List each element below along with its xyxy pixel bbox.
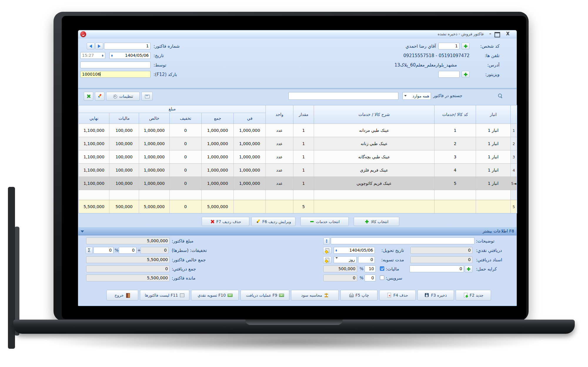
fit-view-button[interactable] <box>84 92 93 101</box>
service-amount-field: 0 <box>323 275 357 281</box>
received-docs-label: اسناد دریافتي: <box>476 257 502 263</box>
row-action-button[interactable]: انتخاب خدمات <box>300 217 349 226</box>
settlement-unit-select[interactable]: روز <box>334 256 357 263</box>
tax-label: مالیات: <box>386 266 399 272</box>
title-bar: فاکتور فروش - ذخیره نشده – X <box>78 30 517 38</box>
plus-icon <box>466 267 471 271</box>
notes-input[interactable] <box>331 238 475 244</box>
table-row[interactable]: 1,100,000 100,000 1,000,000 0 1,000,000 … <box>79 124 517 137</box>
pagex-icon <box>387 293 392 298</box>
redx-icon <box>210 219 215 224</box>
settings-button[interactable]: تنظیمات <box>106 92 140 101</box>
settlement-input[interactable]: 0 <box>358 256 375 263</box>
table-row[interactable]: 1,100,000 100,000 1,000,000 0 1,000,000 … <box>79 150 517 163</box>
address-label: آدرس: <box>487 62 500 68</box>
previous-invoice-button[interactable] <box>87 43 95 49</box>
toolbar-button[interactable]: جدید F2 <box>456 290 491 300</box>
paint-icon <box>97 94 102 99</box>
search-icon[interactable] <box>497 93 503 98</box>
date-spinner-icon[interactable]: ▲▼ <box>111 52 113 59</box>
arrow-right-icon <box>98 44 101 48</box>
minimize-button[interactable]: – <box>489 31 491 36</box>
person-code-input[interactable]: 1 <box>438 43 460 49</box>
service-checkbox[interactable] <box>380 275 384 280</box>
appearance-button[interactable] <box>95 92 104 101</box>
barcode-label: بارکد (F12): <box>153 72 177 77</box>
column-row-number <box>511 105 517 124</box>
invoice-number-label: شماره فاکتور: <box>153 44 180 49</box>
more-info-bar[interactable]: F8 اطلاعات بیشتر <box>78 227 517 235</box>
search-filter-select[interactable]: همه موارد <box>402 92 431 100</box>
notes-spinner[interactable]: ▲▼ <box>323 238 330 245</box>
minus-icon <box>310 219 314 224</box>
invoice-amount-label: مبلغ فاکتور: <box>172 238 193 244</box>
collapse-icon[interactable] <box>81 230 84 234</box>
row-action-button[interactable]: حذف ردیف F7 <box>202 217 249 226</box>
column-discount: تخفیف <box>170 113 202 124</box>
received-total-label: جمع دریافتي: <box>172 266 196 272</box>
freight-input[interactable]: 0 <box>410 265 464 272</box>
net-total-label: جمع خالص فاکتور: <box>172 257 206 263</box>
toolbar-button[interactable]: چاپ F5 <box>340 290 377 300</box>
tax-percent-input[interactable]: 10 <box>365 265 376 272</box>
close-button[interactable]: X <box>506 31 510 36</box>
plus-icon <box>463 44 468 49</box>
app-logo-icon <box>80 31 86 37</box>
fit-icon <box>86 94 91 99</box>
laptop-hinge-notch <box>245 320 343 325</box>
invoice-number-input[interactable]: 1 <box>104 43 151 49</box>
date-label: تاریخ: <box>153 53 164 58</box>
chevron-down-icon <box>335 257 338 260</box>
column-warehouse: انبار <box>476 105 511 124</box>
balance-field: 5,500,000 <box>86 275 170 281</box>
barcode-input[interactable]: 1000106 <box>80 71 151 78</box>
by-input[interactable] <box>80 62 151 68</box>
sigma-button[interactable]: Σ <box>86 247 93 254</box>
phones-value: 05191097472 - 09215557518 <box>403 53 470 58</box>
visitor-label: ویزیتور: <box>485 72 500 77</box>
time-input[interactable]: 15:27 ▲▼ <box>80 52 105 59</box>
search-input[interactable] <box>288 92 398 100</box>
toolbar-button[interactable]: محاسبه سود <box>291 290 339 300</box>
toolbar-button[interactable]: لیست فاکتورها F11 <box>140 290 189 300</box>
plus-icon <box>365 219 369 224</box>
visitor-input[interactable] <box>438 71 460 78</box>
table-row[interactable]: 1,100,000 100,000 1,000,000 0 1,000,000 … <box>79 137 517 150</box>
mail-button[interactable] <box>141 92 153 101</box>
delivery-date-input[interactable]: ▲▼ 1404/05/06 <box>334 247 375 254</box>
row-actions: حذف ردیف F7 ویرایش ردیف F6 انتخاب خدمات … <box>202 217 399 226</box>
toolbar-button[interactable]: خروج <box>106 290 138 300</box>
table-row[interactable]: 1,100,000 100,000 1,000,000 0 1,000,000 … <box>79 163 517 177</box>
column-unit: واحد <box>266 105 293 124</box>
panel-separator <box>78 88 517 89</box>
toolbar-button[interactable]: تسویه نقدي F10 <box>191 290 239 300</box>
add-person-button[interactable] <box>462 43 470 49</box>
add-visitor-button[interactable] <box>462 71 470 78</box>
time-spinner-icon[interactable]: ▲▼ <box>102 52 103 59</box>
discount-amount-input[interactable]: 0 <box>119 247 136 254</box>
text-cursor <box>100 72 101 76</box>
cash-icon <box>279 293 284 298</box>
row-action-button[interactable]: انتخاب کالا <box>354 217 399 226</box>
discount-percent-input[interactable]: 0 <box>93 247 113 254</box>
percent-sign: % <box>360 275 363 280</box>
empty-row[interactable] <box>79 190 517 200</box>
toolbar-button[interactable]: حذف F4 <box>379 290 416 300</box>
discount-rows-field: 0 <box>141 247 168 254</box>
plus-icon <box>463 72 468 77</box>
table-row[interactable]: 1,100,000 100,000 1,000,000 0 1,000,000 … <box>79 177 517 190</box>
date-input[interactable]: ▲▼ 1404/05/06 <box>109 52 151 59</box>
date-spinner-icon[interactable]: ▲▼ <box>335 247 337 253</box>
next-invoice-button[interactable] <box>95 43 103 49</box>
settlement-picker-button[interactable] <box>323 256 331 263</box>
received-total-field: 0 <box>86 265 170 272</box>
service-percent-input[interactable]: 0 <box>365 275 376 281</box>
row-action-button[interactable]: ویرایش ردیف F6 <box>251 217 295 226</box>
toolbar-button[interactable]: ذخیره F3 <box>417 290 454 300</box>
maximize-icon[interactable] <box>495 32 500 37</box>
invoice-table: مبلغ نهایي مالیات خالص تخفیف جمع في واحد… <box>78 105 517 213</box>
tax-checkbox[interactable] <box>380 266 384 271</box>
add-freight-button[interactable] <box>465 265 472 273</box>
toolbar-button[interactable]: عملیات دریافت F9 <box>240 290 289 300</box>
delivery-date-picker-button[interactable] <box>323 247 331 254</box>
